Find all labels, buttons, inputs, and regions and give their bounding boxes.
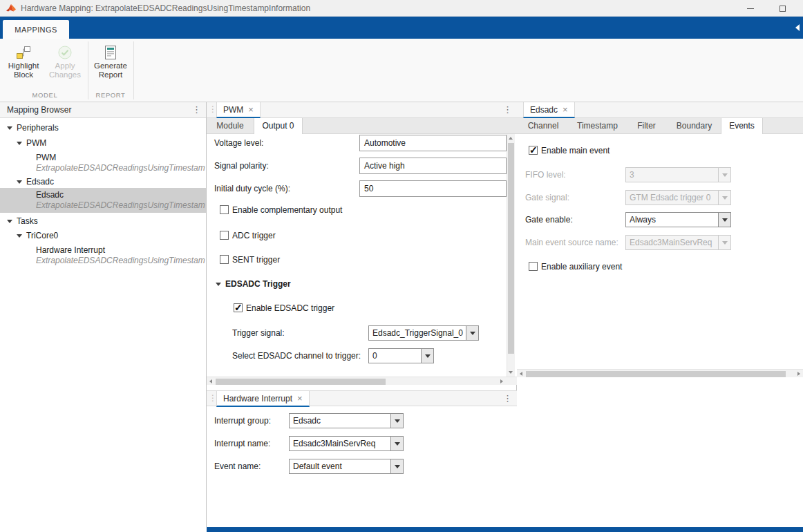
interrupt-name-value: Edsadc3MainServReq xyxy=(290,437,390,450)
scroll-left-arrow[interactable] xyxy=(517,370,525,378)
dropdown-button[interactable] xyxy=(718,213,730,227)
highlight-block-icon xyxy=(15,44,32,61)
tree-node-tasks[interactable]: Tasks xyxy=(0,214,206,229)
voltage-level-field[interactable]: Automotive xyxy=(359,135,507,151)
pwm-vertical-scrollbar[interactable] xyxy=(507,134,515,377)
tree-node-label: Hardware Interrupt xyxy=(36,245,105,255)
chevron-down-icon xyxy=(722,218,728,222)
subtab-timestamp[interactable]: Timestamp xyxy=(569,118,625,134)
signal-polarity-field[interactable]: Active high xyxy=(359,158,507,174)
edsadc-channel-dropdown[interactable]: 0 xyxy=(368,348,434,363)
tab-pwm[interactable]: PWM × xyxy=(216,102,261,118)
dropdown-button[interactable] xyxy=(390,459,403,473)
chevron-down-icon xyxy=(425,354,431,358)
dropdown-button[interactable] xyxy=(421,349,433,363)
panel-menu-icon[interactable]: ⋮ xyxy=(503,393,512,403)
tree-node-edsadc-item[interactable]: Edsadc ExtrapolateEDSADCReadingsUsingTim… xyxy=(0,188,206,213)
trigger-signal-dropdown[interactable]: Edsadc_TriggerSignal_0 xyxy=(368,325,479,341)
close-icon[interactable]: × xyxy=(563,105,568,114)
event-name-value: Default event xyxy=(290,459,390,473)
tab-hardware-interrupt[interactable]: Hardware Interrupt × xyxy=(216,391,310,407)
matlab-logo-icon xyxy=(6,3,17,13)
scroll-up-arrow[interactable] xyxy=(507,134,515,142)
event-name-label: Event name: xyxy=(214,459,261,474)
dropdown-button[interactable] xyxy=(466,326,478,340)
dropdown-button[interactable] xyxy=(390,437,403,450)
close-icon[interactable]: × xyxy=(297,394,303,403)
scrollbar-thumb[interactable] xyxy=(216,379,386,385)
fifo-level-dropdown[interactable]: 3 xyxy=(625,167,731,182)
tab-edsadc[interactable]: Edsadc × xyxy=(523,102,575,118)
section-label-model: MODEL xyxy=(6,91,84,99)
main-event-source-dropdown[interactable]: Edsadc3MainServReq xyxy=(625,235,731,250)
event-name-dropdown[interactable]: Default event xyxy=(289,459,404,474)
title-bar: Hardware Mapping: ExtrapolateEDSADCReadi… xyxy=(0,0,803,17)
scrollbar-thumb[interactable] xyxy=(526,371,786,377)
gate-enable-dropdown[interactable]: Always xyxy=(625,212,731,227)
ribbon-collapse-button[interactable] xyxy=(792,17,803,39)
panel-menu-icon[interactable]: ⋮ xyxy=(192,104,201,115)
tree-node-pwm-item[interactable]: PWM ExtrapolateEDSADCReadingsUsingTimest… xyxy=(0,151,206,175)
mapping-browser-header: Mapping Browser ⋮ xyxy=(0,102,206,118)
tree-node-subtitle: ExtrapolateEDSADCReadingsUsingTimestam xyxy=(36,200,206,210)
interrupt-name-dropdown[interactable]: Edsadc3MainServReq xyxy=(289,436,404,451)
expander-icon[interactable] xyxy=(7,126,12,130)
subtab-module[interactable]: Module xyxy=(207,118,254,134)
gate-signal-label: Gate signal: xyxy=(525,190,569,205)
highlight-block-button[interactable]: Highlight Block xyxy=(6,44,41,79)
tree-node-peripherals[interactable]: Peripherals xyxy=(0,121,206,135)
edsadc-events-form: Enable main event FIFO level: 3 Gate sig… xyxy=(517,134,803,369)
generate-report-button[interactable]: Generate Report xyxy=(91,44,130,79)
expander-icon[interactable] xyxy=(17,234,22,238)
scroll-right-arrow[interactable] xyxy=(498,377,506,386)
subtab-events[interactable]: Events xyxy=(721,118,763,134)
gate-signal-value: GTM Edsadc trigger 0 xyxy=(626,191,718,205)
tree-node-tricore0[interactable]: TriCore0 xyxy=(0,229,206,243)
maximize-button[interactable] xyxy=(767,0,797,17)
interrupt-group-dropdown[interactable]: Edsadc xyxy=(289,413,404,428)
hardware-interrupt-tab-bar: ⋮ Hardware Interrupt × ⋮ xyxy=(207,390,517,406)
enable-complementary-label: Enable complementary output xyxy=(232,206,342,215)
adc-trigger-checkbox[interactable] xyxy=(220,231,229,240)
dropdown-button[interactable] xyxy=(390,414,403,428)
enable-main-event-checkbox[interactable] xyxy=(529,146,538,155)
expander-icon[interactable] xyxy=(17,180,22,184)
subtab-channel[interactable]: Channel xyxy=(517,118,569,134)
interrupt-name-label: Interrupt name: xyxy=(214,436,270,451)
panel-menu-icon[interactable]: ⋮ xyxy=(503,104,512,115)
initial-duty-cycle-field[interactable]: 50 xyxy=(359,180,507,197)
enable-aux-event-checkbox[interactable] xyxy=(529,262,538,271)
enable-edsadc-trigger-checkbox[interactable] xyxy=(234,303,243,312)
scroll-down-arrow[interactable] xyxy=(507,368,515,377)
hardware-interrupt-form: Interrupt group: Edsadc Interrupt name: … xyxy=(207,406,517,527)
enable-complementary-checkbox[interactable] xyxy=(220,205,229,214)
sent-trigger-checkbox[interactable] xyxy=(220,255,229,264)
gate-signal-dropdown[interactable]: GTM Edsadc trigger 0 xyxy=(625,190,731,205)
tree-node-pwm-group[interactable]: PWM xyxy=(0,136,206,151)
dropdown-button[interactable] xyxy=(718,191,730,205)
tab-mappings[interactable]: MAPPINGS xyxy=(3,20,69,39)
pwm-horizontal-scrollbar[interactable] xyxy=(207,377,517,385)
apply-changes-button[interactable]: Apply Changes xyxy=(46,44,84,79)
signal-polarity-label: Signal polarity: xyxy=(214,158,269,173)
subtab-output0[interactable]: Output 0 xyxy=(254,118,303,134)
mapping-browser-tree: Peripherals PWM PWM ExtrapolateEDSADCRea… xyxy=(0,118,206,527)
edsadc-horizontal-scrollbar[interactable] xyxy=(517,369,803,377)
close-icon[interactable]: × xyxy=(248,105,254,114)
subtab-boundary[interactable]: Boundary xyxy=(668,118,721,134)
dropdown-button[interactable] xyxy=(718,168,730,182)
edsadc-trigger-section-header[interactable]: EDSADC Trigger xyxy=(216,279,291,289)
scroll-left-arrow[interactable] xyxy=(207,377,215,386)
minimize-button[interactable] xyxy=(735,0,766,17)
expander-icon[interactable] xyxy=(7,220,12,223)
dropdown-button[interactable] xyxy=(718,236,730,249)
enable-edsadc-trigger-label: Enable EDSADC trigger xyxy=(246,304,334,313)
tree-node-edsadc-group[interactable]: Edsadc xyxy=(0,175,206,189)
scroll-right-arrow[interactable] xyxy=(795,370,803,378)
tree-node-hardware-interrupt-item[interactable]: Hardware Interrupt ExtrapolateEDSADCRead… xyxy=(0,243,206,267)
expander-icon[interactable] xyxy=(17,142,22,145)
scrollbar-thumb[interactable] xyxy=(508,143,514,354)
subtab-filter[interactable]: Filter xyxy=(625,118,668,134)
highlight-block-label-1: Highlight xyxy=(8,61,39,70)
chevron-left-icon xyxy=(795,24,800,31)
